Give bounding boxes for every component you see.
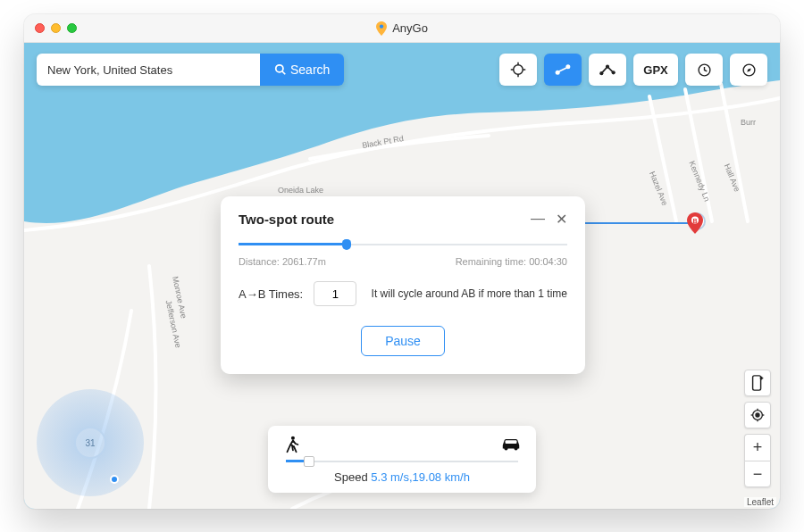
joystick[interactable]: 31 [37, 389, 144, 496]
speed-panel: Speed 5.3 m/s,19.08 km/h [268, 426, 536, 493]
car-icon [500, 435, 522, 453]
joystick-handle[interactable] [110, 475, 119, 484]
gpx-tool[interactable]: GPX [633, 54, 678, 86]
times-label: A→B Times: [239, 287, 303, 301]
svg-text:B: B [692, 218, 697, 224]
window-controls [35, 23, 77, 33]
multi-spot-tool[interactable] [589, 54, 626, 86]
search-input[interactable] [37, 54, 260, 86]
svg-point-7 [514, 65, 523, 75]
map-attribution: Leaflet [744, 497, 776, 507]
zoom-in-button[interactable]: + [744, 434, 771, 461]
svg-point-5 [276, 65, 283, 72]
pause-button[interactable]: Pause [361, 326, 445, 356]
search-box: Search [37, 54, 344, 86]
joystick-center: 31 [74, 427, 106, 459]
compass-tool[interactable] [730, 54, 767, 86]
recenter-icon [750, 408, 765, 422]
svg-point-22 [504, 447, 507, 451]
clock-icon [697, 62, 712, 78]
times-input[interactable] [314, 281, 356, 306]
minimize-panel-button[interactable]: — [531, 211, 545, 228]
svg-point-29 [756, 413, 759, 417]
svg-point-23 [515, 447, 518, 451]
panel-title: Two-spot route [239, 212, 334, 227]
walk-icon [282, 435, 302, 454]
close-panel-button[interactable]: ✕ [556, 211, 567, 228]
distance-label: Distance: 2061.77m [239, 256, 326, 267]
maximize-window-button[interactable] [67, 23, 77, 33]
route-progress-slider[interactable] [239, 240, 567, 249]
multi-spot-icon [599, 62, 616, 77]
times-hint: It will cycle around AB if more than 1 t… [372, 287, 567, 300]
marker-b[interactable]: B [687, 212, 703, 237]
compass-icon [741, 62, 757, 78]
svg-line-6 [282, 71, 286, 75]
map-controls: + − [744, 370, 771, 487]
close-window-button[interactable] [35, 23, 45, 33]
speed-slider[interactable] [286, 458, 518, 465]
map-label-burr: Burr [741, 118, 756, 127]
recenter-button[interactable] [744, 402, 771, 428]
zoom-out-button[interactable]: − [744, 461, 771, 487]
speed-label: Speed [334, 470, 368, 484]
svg-marker-20 [747, 68, 750, 71]
svg-rect-25 [753, 376, 761, 390]
add-device-button[interactable] [744, 370, 771, 396]
app-title: AnyGo [392, 21, 428, 35]
svg-point-21 [291, 436, 295, 440]
remaining-label: Remaining time: 00:04:30 [456, 256, 567, 267]
app-window: AnyGo Oneida Lake Black Pt Rd Monroe Ave… [24, 14, 780, 509]
map-canvas[interactable]: Oneida Lake Black Pt Rd Monroe Ave Jeffe… [24, 43, 780, 509]
mode-toolbar: GPX [499, 54, 767, 86]
map-label-oneida: Oneida Lake [278, 186, 323, 195]
two-spot-icon [554, 62, 572, 78]
two-spot-tool[interactable] [544, 54, 582, 86]
crosshair-icon [510, 62, 526, 78]
search-icon [274, 63, 287, 76]
history-tool[interactable] [685, 54, 723, 86]
svg-point-0 [380, 24, 383, 28]
locate-tool[interactable] [499, 54, 537, 86]
minimize-window-button[interactable] [51, 23, 61, 33]
app-pin-icon [376, 21, 387, 36]
svg-line-14 [559, 68, 566, 71]
titlebar: AnyGo [24, 14, 780, 43]
search-button-label: Search [290, 62, 330, 77]
svg-rect-24 [506, 440, 517, 444]
phone-plus-icon [750, 375, 765, 391]
route-panel: Two-spot route — ✕ Distance: 2061.77m Re… [221, 196, 585, 374]
search-button[interactable]: Search [260, 54, 344, 86]
speed-value: 5.3 m/s,19.08 km/h [371, 470, 470, 484]
